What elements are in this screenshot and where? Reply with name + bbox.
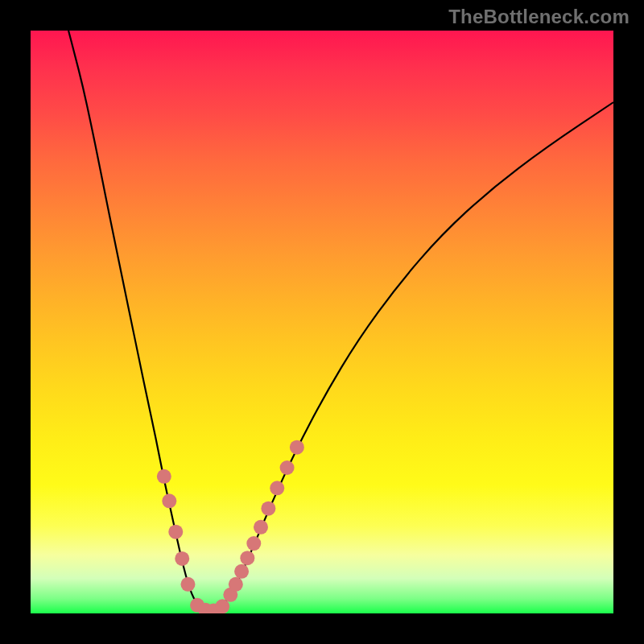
data-dot — [290, 440, 304, 455]
data-dot — [234, 564, 249, 579]
bottleneck-curve — [68, 31, 613, 610]
data-dot — [157, 469, 171, 484]
data-dot — [162, 493, 176, 508]
data-dots — [157, 440, 304, 613]
data-dot — [180, 577, 195, 592]
data-dot — [229, 577, 243, 592]
data-dot — [270, 481, 284, 495]
data-dot — [254, 520, 268, 535]
data-dot — [246, 536, 261, 551]
plot-frame: TheBottleneck.com — [0, 0, 644, 644]
watermark-text: TheBottleneck.com — [448, 6, 630, 28]
data-dot — [168, 525, 183, 539]
data-dot — [261, 502, 275, 516]
data-dot — [280, 460, 295, 475]
curve-svg — [31, 31, 613, 613]
data-dot — [175, 551, 189, 566]
plot-area — [31, 31, 613, 613]
data-dot — [240, 551, 254, 565]
